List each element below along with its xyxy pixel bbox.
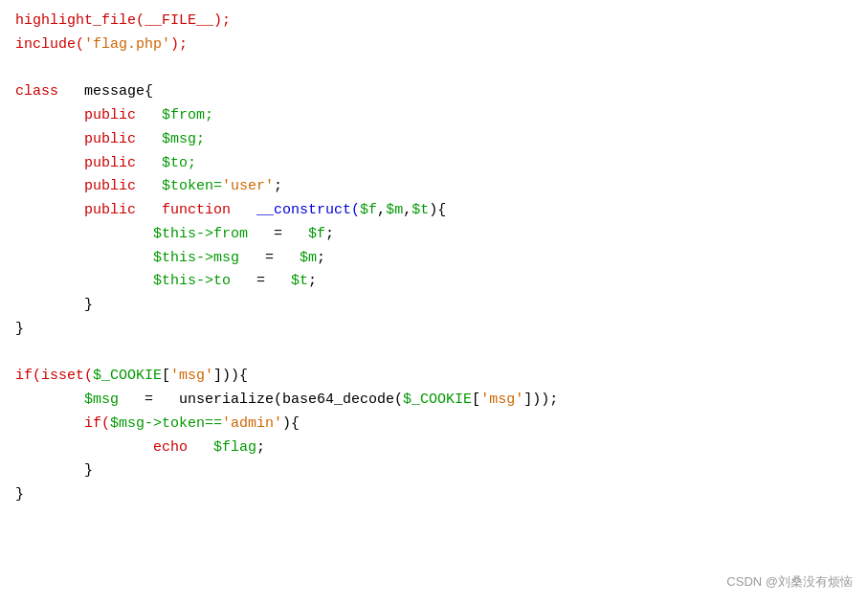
code-token: $_COOKIE bbox=[403, 391, 472, 408]
code-token: public bbox=[15, 107, 136, 123]
code-token: $flag bbox=[213, 439, 256, 456]
code-token: if( bbox=[15, 415, 110, 432]
code-line: $this->from = $f; bbox=[15, 223, 853, 247]
code-token: ); bbox=[213, 12, 231, 29]
code-token: ); bbox=[170, 36, 188, 53]
code-token: ; bbox=[274, 178, 282, 194]
code-token: class bbox=[15, 83, 58, 100]
code-line: class message{ bbox=[15, 80, 853, 104]
code-token: = unserialize(base64_decode( bbox=[119, 391, 403, 408]
code-token: public bbox=[15, 202, 136, 218]
code-token: ; bbox=[256, 439, 265, 456]
code-token: ){ bbox=[429, 202, 446, 218]
code-line: } bbox=[15, 483, 853, 507]
code-token: $m bbox=[300, 250, 317, 266]
code-token: public bbox=[15, 155, 136, 171]
code-line: if(isset($_COOKIE['msg'])){ bbox=[15, 365, 853, 389]
code-line bbox=[15, 57, 853, 81]
code-token: message{ bbox=[58, 83, 153, 100]
code-line bbox=[15, 342, 853, 366]
code-token: [ bbox=[162, 368, 170, 384]
code-line: if($msg->token=='admin'){ bbox=[15, 413, 853, 436]
code-token: if(isset( bbox=[15, 368, 93, 384]
code-token: $msg->token== bbox=[110, 415, 222, 432]
watermark: CSDN @刘桑没有烦恼 bbox=[726, 572, 853, 593]
code-line: public $msg; bbox=[15, 128, 853, 152]
code-token: $this->from bbox=[15, 226, 248, 242]
code-token: ; bbox=[308, 273, 317, 289]
code-token: = bbox=[248, 226, 308, 242]
code-token: 'msg' bbox=[170, 368, 213, 384]
code-token: } bbox=[15, 297, 93, 313]
code-token: echo bbox=[15, 439, 213, 456]
code-token: ; bbox=[317, 250, 325, 266]
code-line: include('flag.php'); bbox=[15, 34, 853, 57]
code-token: ])){ bbox=[213, 368, 248, 384]
code-token: include( bbox=[15, 36, 84, 53]
code-line: $this->msg = $m; bbox=[15, 247, 853, 271]
code-token: } bbox=[15, 486, 24, 503]
code-line: $msg = unserialize(base64_decode($_COOKI… bbox=[15, 389, 853, 413]
code-display: highlight_file(__FILE__);include('flag.p… bbox=[15, 10, 853, 507]
code-token: $f bbox=[360, 202, 377, 218]
code-token: __FILE__ bbox=[145, 12, 213, 29]
code-token: __construct( bbox=[231, 202, 360, 218]
code-token: , bbox=[403, 202, 412, 218]
code-token: , bbox=[377, 202, 386, 218]
code-token: [ bbox=[472, 391, 480, 408]
code-token: = bbox=[239, 250, 300, 266]
code-token: 'flag.php' bbox=[84, 36, 170, 53]
code-token: } bbox=[15, 321, 24, 337]
code-token: $this->msg bbox=[15, 250, 239, 266]
code-token: $t bbox=[412, 202, 429, 218]
code-token: 'msg' bbox=[480, 391, 523, 408]
code-token: 'user' bbox=[222, 178, 274, 194]
code-token: $this->to bbox=[15, 273, 231, 289]
code-line: echo $flag; bbox=[15, 436, 853, 460]
code-token: $token= bbox=[136, 178, 222, 194]
code-token: public bbox=[15, 131, 136, 147]
code-token: } bbox=[15, 462, 93, 479]
code-line: } bbox=[15, 294, 853, 318]
code-token: $from; bbox=[136, 107, 213, 123]
code-token: ){ bbox=[282, 415, 300, 432]
code-token: $to; bbox=[136, 155, 196, 171]
code-token: $t bbox=[291, 273, 308, 289]
code-line: public $token='user'; bbox=[15, 175, 853, 199]
code-token: public bbox=[15, 178, 136, 194]
code-token: $m bbox=[386, 202, 403, 218]
code-token: ; bbox=[325, 226, 334, 242]
code-token: highlight_file( bbox=[15, 12, 145, 29]
code-token: = bbox=[231, 273, 291, 289]
code-token: $msg; bbox=[136, 131, 205, 147]
code-token: ])); bbox=[523, 391, 558, 408]
code-line: public $to; bbox=[15, 152, 853, 176]
code-token: function bbox=[136, 202, 231, 218]
code-token: 'admin' bbox=[222, 415, 282, 432]
code-line: $this->to = $t; bbox=[15, 270, 853, 294]
code-line: highlight_file(__FILE__); bbox=[15, 10, 853, 34]
code-token: $_COOKIE bbox=[93, 368, 162, 384]
code-token: $msg bbox=[15, 391, 119, 408]
code-line: public function __construct($f,$m,$t){ bbox=[15, 199, 853, 223]
code-line: public $from; bbox=[15, 104, 853, 128]
code-line: } bbox=[15, 459, 853, 483]
code-token: $f bbox=[308, 226, 325, 242]
code-line: } bbox=[15, 318, 853, 342]
